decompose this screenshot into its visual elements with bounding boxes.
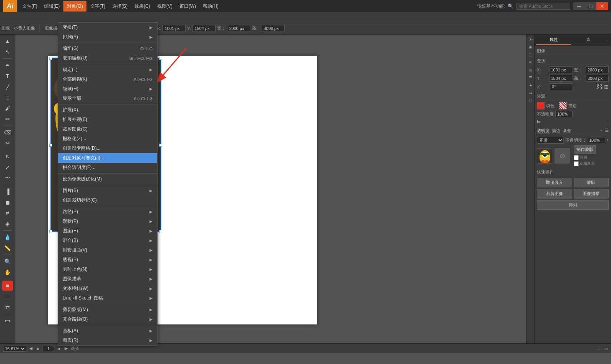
page-input[interactable] xyxy=(43,346,54,351)
menu-item-b[interactable]: 混合(B)▶ xyxy=(58,236,157,245)
title-menu-v[interactable]: 视图(V) xyxy=(154,2,176,11)
zoom-tool[interactable]: 🔍 xyxy=(2,256,13,266)
crop-image-button2[interactable]: 裁剪图像 xyxy=(537,189,572,199)
link-proportions-btn[interactable]: ⛓ xyxy=(596,83,603,90)
menu-item-z[interactable]: 栅格化(Z)... xyxy=(58,134,157,144)
strip-expand-btn[interactable]: ≫ xyxy=(528,36,534,42)
menu-item-a[interactable]: 排列(A)▶ xyxy=(58,32,157,42)
height-input[interactable] xyxy=(262,25,285,32)
right-panel-menu-btn[interactable]: ··· xyxy=(606,38,609,42)
transform-options-btn[interactable]: ⊞ xyxy=(604,84,609,90)
shape-tool[interactable]: □ xyxy=(2,93,13,103)
select-tool[interactable]: ▲ xyxy=(2,36,13,46)
fill-color-box[interactable] xyxy=(537,102,545,109)
trans-expand-icon[interactable]: › xyxy=(607,137,608,143)
width-input[interactable] xyxy=(227,25,250,32)
trans-opacity-input[interactable] xyxy=(588,137,605,143)
fill-color-btn[interactable]: ■ xyxy=(2,281,13,291)
menu-item-v[interactable]: 封套扭曲(V)▶ xyxy=(58,245,157,255)
arrange-button[interactable]: 排列 xyxy=(537,200,609,210)
menu-item-m[interactable]: 剪切蒙版(M)▶ xyxy=(58,305,157,314)
strip-icon1[interactable]: ◉ xyxy=(528,44,534,50)
menu-item-s[interactable]: 切片(S)▶ xyxy=(58,186,157,195)
menu-item-j[interactable]: 创建对象马赛克(J)... xyxy=(58,153,157,163)
line-tool[interactable]: ╱ xyxy=(2,82,13,92)
gradient-tool[interactable]: ◼ xyxy=(2,197,13,207)
strip-icon7[interactable]: ⇔ xyxy=(528,90,534,96)
eraser-tool[interactable]: ⌫ xyxy=(2,127,13,137)
title-menu-w[interactable]: 窗口(W) xyxy=(176,2,199,11)
mask-button2[interactable]: 蒙版 xyxy=(574,178,609,187)
title-menu-f[interactable]: 文件(F) xyxy=(19,2,40,11)
prev-page-btn[interactable]: ◀ xyxy=(29,346,32,351)
menu-item-w[interactable]: 文本绕排(W)▶ xyxy=(58,284,157,293)
strip-icon8[interactable]: ⊡ xyxy=(528,98,534,104)
x-input[interactable] xyxy=(163,25,186,32)
strip-icon3[interactable]: ≡ xyxy=(528,59,534,65)
appearance-more-btn[interactable]: ··· xyxy=(605,119,609,124)
eyedropper-tool[interactable]: 💧 xyxy=(2,232,13,242)
title-menu-t[interactable]: 文字(T) xyxy=(87,2,108,11)
search-input[interactable] xyxy=(516,3,570,10)
invert-checkbox[interactable] xyxy=(574,161,579,166)
menu-item-e[interactable]: 图案(E)▶ xyxy=(58,226,157,236)
swap-colors-btn[interactable]: ⇄ xyxy=(2,302,13,312)
maximize-button[interactable]: □ xyxy=(585,2,596,10)
menu-item-[interactable]: 图像描摹▶ xyxy=(58,274,157,284)
y-input[interactable] xyxy=(193,25,216,32)
hand-tool[interactable]: ✋ xyxy=(2,267,13,277)
strip-icon2[interactable]: ⬚ xyxy=(528,51,534,58)
rotate-tool[interactable]: ↻ xyxy=(2,152,13,162)
menu-item-p[interactable]: 形状(P)▶ xyxy=(58,217,157,226)
menu-item-o[interactable]: 复合路径(O)▶ xyxy=(58,314,157,324)
menu-item-e[interactable]: 扩展外观(E) xyxy=(58,115,157,124)
mesh-tool[interactable]: # xyxy=(2,208,13,218)
stroke-tab[interactable]: 描边 xyxy=(552,128,560,134)
transparency-tab[interactable]: 透明度 xyxy=(537,128,550,134)
zoom-select[interactable]: 16.67% xyxy=(3,346,26,352)
h-field[interactable] xyxy=(586,75,609,82)
menu-item-m[interactable]: 设为像素级优化(M) xyxy=(58,174,157,184)
stroke-color-box[interactable] xyxy=(559,102,567,109)
measure-tool[interactable]: 📏 xyxy=(2,243,13,253)
trans-panel-expand[interactable]: » xyxy=(600,128,603,134)
tab-properties[interactable]: 属性 xyxy=(536,35,571,45)
menu-item-d[interactable]: 创建渐变网格(D)... xyxy=(58,144,157,153)
paint-tool[interactable]: 🖌 xyxy=(2,103,13,113)
warp-tool[interactable]: 〜 xyxy=(2,173,13,183)
menu-item-g[interactable]: 编组(G)Ctrl+G xyxy=(58,44,157,53)
scale-tool[interactable]: ⤢ xyxy=(2,162,13,172)
menu-item-t[interactable]: 变换(T)▶ xyxy=(58,23,157,32)
y-field[interactable] xyxy=(549,75,572,82)
menu-item-p[interactable]: 透视(P)▶ xyxy=(58,255,157,265)
trans-panel-menu[interactable]: ☰ xyxy=(605,128,609,134)
close-button[interactable]: ✕ xyxy=(596,2,608,10)
embed-button[interactable]: 取消嵌入 xyxy=(537,178,572,187)
title-menu-o[interactable]: 对象(O) xyxy=(63,1,86,12)
angle-field[interactable] xyxy=(550,83,573,90)
menu-item-linesketch[interactable]: Line 和 Sketch 图稿▶ xyxy=(58,293,157,303)
menu-item-h[interactable]: 隐藏(H)▶ xyxy=(58,84,157,94)
direct-select-tool[interactable]: ↖ xyxy=(2,47,13,57)
menu-item-c[interactable]: 裁剪图像(C) xyxy=(58,124,157,134)
x-field[interactable] xyxy=(549,66,572,73)
first-page-btn[interactable]: ⏮ xyxy=(35,346,40,351)
menu-item-x[interactable]: 扩展(X)... xyxy=(58,105,157,115)
stroke-color-btn[interactable]: □ xyxy=(2,291,13,301)
menu-item-n[interactable]: 实时上色(N)▶ xyxy=(58,265,157,274)
opacity-field2[interactable] xyxy=(555,111,573,117)
menu-item-r[interactable]: 图表(R)▶ xyxy=(58,336,157,345)
title-menu-e[interactable]: 编辑(E) xyxy=(41,2,63,11)
change-screen-btn[interactable]: ▭ xyxy=(2,316,13,326)
menu-item-l[interactable]: 锁定(L)▶ xyxy=(58,65,157,74)
gradient-tab[interactable]: 渐变 xyxy=(563,128,571,134)
mask-thumbnail[interactable]: ⊘ xyxy=(555,148,570,164)
title-menu-h[interactable]: 帮助(H) xyxy=(200,2,222,11)
w-field[interactable] xyxy=(586,66,609,73)
menu-item-u[interactable]: 取消编组(U)Shift+Ctrl+G xyxy=(58,53,157,63)
menu-item-p[interactable]: 路径(P)▶ xyxy=(58,207,157,217)
menu-item-f[interactable]: 拼合透明度(F)... xyxy=(58,163,157,172)
column-graph-tool[interactable]: ▐ xyxy=(2,187,13,197)
menu-item-a[interactable]: 画板(A)▶ xyxy=(58,326,157,336)
title-menu-c[interactable]: 效果(C) xyxy=(131,2,153,11)
